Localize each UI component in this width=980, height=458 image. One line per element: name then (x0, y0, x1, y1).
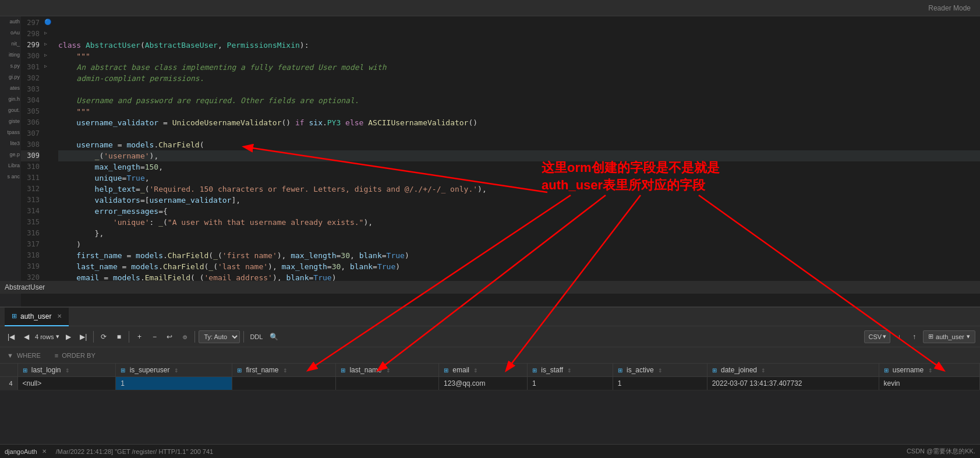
code-line: unique=True, (58, 172, 980, 184)
row-num-header (0, 364, 17, 377)
col-header-date-joined[interactable]: ⊞ date_joined ⇕ (707, 364, 879, 377)
terminal-close-icon[interactable]: ✕ (42, 448, 47, 455)
col-icon-first-name: ⊞ (237, 367, 242, 374)
toolbar-separator-4 (243, 331, 244, 343)
code-line: admin-compliant permissions. (58, 73, 980, 84)
cell-last-login[interactable]: <null> (17, 377, 116, 390)
type-dropdown[interactable]: Ty: Auto (199, 330, 240, 343)
cell-is-superuser[interactable]: 1 (116, 377, 232, 390)
sort-icon-is-superuser: ⇕ (174, 368, 179, 374)
table-row: 4 <null> 1 123@qq.com 1 1 2022-03-07 13:… (0, 377, 980, 390)
breadcrumb-bar: AbstractUser (0, 281, 980, 294)
add-row-button[interactable]: + (133, 330, 146, 343)
sort-icon-first-name: ⇕ (283, 368, 288, 374)
col-header-username[interactable]: ⊞ username ⇕ (879, 364, 979, 377)
csv-dropdown-icon: ▾ (883, 333, 886, 340)
where-filter-section: ▼ WHERE (7, 352, 41, 359)
code-line: An abstract base class implementing a fu… (58, 62, 980, 73)
filter-button[interactable]: ⌾ (178, 330, 191, 343)
ddl-button[interactable]: DDL (247, 330, 265, 343)
filter-icon: ▼ (7, 352, 13, 359)
cell-date-joined[interactable]: 2022-03-07 13:41:37.407732 (707, 377, 879, 390)
col-icon-email: ⊞ (444, 367, 448, 374)
col-header-last-name[interactable]: ⊞ last_name ⇕ (336, 364, 439, 377)
db-panel: ⊞ auth_user ✕ |◀ ◀ 4 rows ▾ ▶ ▶| ⟳ ■ + −… (0, 306, 980, 458)
col-header-is-active[interactable]: ⊞ is_active ⇕ (613, 364, 707, 377)
data-table: ⊞ last_login ⇕ ⊞ is_superuser ⇕ ⊞ first_… (0, 364, 980, 390)
prev-page-button[interactable]: ◀ (20, 330, 33, 343)
code-line (58, 17, 980, 29)
sort-icon-last-login: ⇕ (65, 368, 70, 374)
code-content: auth oAu nit_ itting s.py gi.py ates gin… (0, 16, 980, 306)
toolbar-separator-1 (93, 331, 94, 343)
row-num-cell: 4 (0, 377, 17, 390)
search-db-button[interactable]: 🔍 (267, 330, 280, 343)
terminal-bar: djangoAuth ✕ /Mar/2022 21:41:28] "GET /r… (0, 444, 980, 458)
table-icon: ⊞ (12, 312, 17, 320)
col-icon-last-name: ⊞ (341, 367, 345, 374)
col-header-is-staff[interactable]: ⊞ is_staff ⇕ (527, 364, 613, 377)
terminal-log-line: /Mar/2022 21:41:28] "GET /register/ HTTP… (56, 448, 214, 455)
code-line: max_length=150, (58, 161, 980, 172)
sort-icon-date-joined: ⇕ (761, 368, 766, 374)
terminal-tab-label[interactable]: djangoAuth (5, 448, 37, 455)
export-button[interactable]: ↓ (893, 330, 905, 343)
code-line (58, 84, 980, 95)
col-icon-is-staff: ⊞ (532, 367, 537, 374)
code-line: class AbstractUser(AbstractBaseUser, Per… (58, 40, 980, 51)
code-line: username = models.CharField( (58, 139, 980, 150)
toolbar-right: CSV ▾ ↓ ↑ ⊞ auth_user ▾ (864, 330, 975, 343)
order-by-label: ORDER BY (62, 352, 95, 359)
code-line: username_validator = UnicodeUsernameVali… (58, 117, 980, 128)
csv-export-button[interactable]: CSV ▾ (864, 330, 890, 343)
db-tab-auth-user[interactable]: ⊞ auth_user ✕ (5, 308, 69, 326)
toolbar-separator-3 (194, 331, 195, 343)
db-filter-bar: ▼ WHERE ≡ ORDER BY (0, 347, 980, 364)
import-button[interactable]: ↑ (908, 330, 921, 343)
code-line: first_name = models.CharField(_('first n… (58, 250, 980, 261)
sort-icon-is-active: ⇕ (658, 368, 663, 374)
first-page-button[interactable]: |◀ (5, 330, 17, 343)
line-numbers: 297 298 299 300 301 302 303 304 305 306 … (21, 16, 44, 306)
db-tab-bar: ⊞ auth_user ✕ (0, 308, 980, 326)
toolbar-separator-2 (129, 331, 129, 343)
cell-email[interactable]: 123@qq.com (438, 377, 527, 390)
cell-is-staff[interactable]: 1 (527, 377, 613, 390)
code-line: 'unique': _("A user with that username a… (58, 217, 980, 228)
code-line: last_name = models.CharField(_('last nam… (58, 261, 980, 272)
breadcrumb: AbstractUser (5, 283, 45, 291)
csv-label: CSV (868, 333, 882, 340)
reader-mode-button[interactable]: Reader Mode (928, 4, 971, 12)
stop-button[interactable]: ■ (112, 330, 125, 343)
last-page-button[interactable]: ▶| (77, 330, 90, 343)
db-toolbar: |◀ ◀ 4 rows ▾ ▶ ▶| ⟳ ■ + − ↩ ⌾ Ty: Auto … (0, 326, 980, 347)
schema-dropdown-icon: ▾ (967, 333, 970, 340)
code-line: error_messages={ (58, 206, 980, 217)
cell-first-name[interactable] (232, 377, 336, 390)
code-line: help_text=_('Required. 150 characters or… (58, 184, 980, 195)
cell-username[interactable]: kevin (879, 377, 979, 390)
next-page-button[interactable]: ▶ (62, 330, 75, 343)
cell-is-active[interactable]: 1 (613, 377, 707, 390)
editor-area: Reader Mode auth oAu nit_ itting s.py gi… (0, 0, 980, 306)
col-header-email[interactable]: ⊞ email ⇕ (438, 364, 527, 377)
editor-header: Reader Mode (0, 0, 980, 16)
remove-row-button[interactable]: − (148, 330, 161, 343)
code-line: _('username'), (58, 150, 980, 161)
sort-icon-is-staff: ⇕ (567, 368, 572, 374)
table-header-row: ⊞ last_login ⇕ ⊞ is_superuser ⇕ ⊞ first_… (0, 364, 980, 377)
table-icon-small: ⊞ (928, 333, 933, 340)
tab-close-button[interactable]: ✕ (57, 313, 62, 319)
refresh-button[interactable]: ⟳ (97, 330, 110, 343)
sort-icon-username: ⇕ (928, 368, 933, 374)
col-header-first-name[interactable]: ⊞ first_name ⇕ (232, 364, 336, 377)
cell-last-name[interactable] (336, 377, 439, 390)
code-line: """ (58, 51, 980, 62)
col-icon-is-active: ⊞ (618, 367, 622, 374)
col-header-last-login[interactable]: ⊞ last_login ⇕ (17, 364, 116, 377)
col-icon-username: ⊞ (884, 367, 889, 374)
col-header-is-superuser[interactable]: ⊞ is_superuser ⇕ (116, 364, 232, 377)
code-lines: class AbstractUser(AbstractBaseUser, Per… (54, 16, 980, 306)
code-line: Username and password are required. Othe… (58, 95, 980, 106)
undo-button[interactable]: ↩ (163, 330, 176, 343)
